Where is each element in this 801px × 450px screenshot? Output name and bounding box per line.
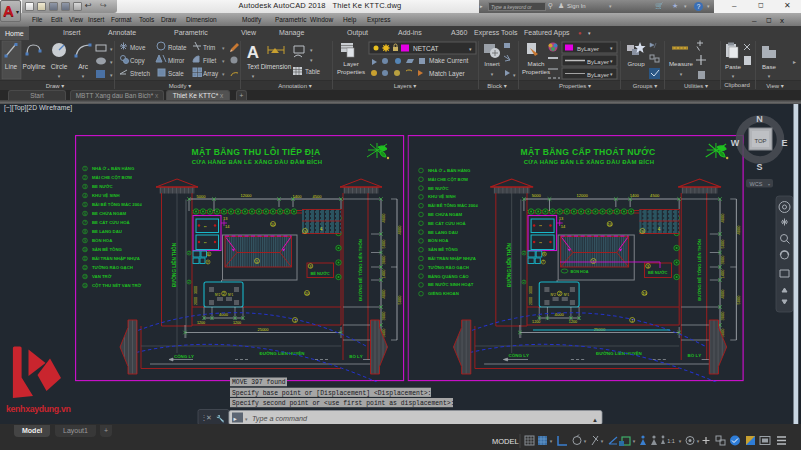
svg-text:Group: Group (627, 60, 645, 67)
svg-text:ByLayer: ByLayer (577, 46, 599, 52)
svg-text:CỬA HÀNG BÁN LẺ XĂNG DẦU ĐÀM B: CỬA HÀNG BÁN LẺ XĂNG DẦU ĐÀM BÍCH (524, 158, 655, 165)
svg-text:BỒN HOA: BỒN HOA (92, 238, 112, 243)
svg-text:1: 1 (84, 167, 86, 171)
svg-text:TƯỜNG RÀO GẠCH: TƯỜNG RÀO GẠCH (92, 265, 133, 270)
svg-text:5: 5 (84, 203, 86, 207)
svg-text:BỂ NƯỚC: BỂ NƯỚC (428, 186, 449, 191)
svg-text:BÃI TRÀN NHẬP NHỰA: BÃI TRÀN NHẬP NHỰA (92, 256, 140, 261)
svg-text:MÁI CHE CỘT BƠM: MÁI CHE CỘT BƠM (428, 177, 468, 182)
svg-text:ByLayer: ByLayer (587, 72, 609, 78)
svg-text:Type a command: Type a command (252, 414, 308, 423)
svg-text:GIẾNG KHOAN: GIẾNG KHOAN (428, 291, 459, 296)
svg-text:MẶT BẰNG CẤP THOÁT NƯỚC: MẶT BẰNG CẤP THOÁT NƯỚC (521, 146, 656, 157)
svg-text:▾: ▾ (310, 57, 313, 63)
svg-text:▾: ▾ (222, 58, 225, 64)
svg-text:Layer: Layer (343, 60, 358, 67)
svg-text:3: 3 (84, 185, 86, 189)
svg-text:WCS: WCS (750, 181, 763, 187)
svg-text:kenhxaydung.vn: kenhxaydung.vn (6, 404, 71, 414)
svg-text:Dimension: Dimension (261, 63, 292, 70)
svg-text:Properties: Properties (337, 68, 365, 75)
svg-text:Paste: Paste (725, 63, 741, 70)
svg-text:1:1: 1:1 (667, 438, 675, 444)
svg-text:BỂ CHỨA NGẦM: BỂ CHỨA NGẦM (92, 211, 127, 216)
svg-text:Make Current: Make Current (429, 57, 469, 64)
svg-text:TƯỜNG RÀO GẠCH: TƯỜNG RÀO GẠCH (428, 265, 469, 270)
svg-text:Move: Move (130, 44, 146, 51)
svg-text:VAN TRỜ: VAN TRỜ (92, 274, 112, 279)
svg-text:MÁI CHE CỘT BƠM: MÁI CHE CỘT BƠM (92, 175, 132, 180)
svg-text:Polyline: Polyline (23, 63, 46, 71)
svg-text:W: W (731, 138, 740, 148)
svg-text:BỂ CHỨA NGẦM: BỂ CHỨA NGẦM (428, 212, 463, 217)
svg-text:▾: ▾ (110, 59, 113, 65)
svg-text:KHU VỆ SINH: KHU VỆ SINH (92, 193, 120, 198)
svg-text:🔧: 🔧 (216, 414, 225, 423)
svg-text:▾: ▾ (110, 46, 113, 52)
svg-text:N: N (756, 114, 763, 124)
svg-text:▾: ▾ (513, 72, 516, 78)
svg-text:Stretch: Stretch (130, 70, 150, 77)
svg-text:Arc: Arc (78, 63, 89, 70)
svg-text:Scale: Scale (168, 70, 184, 77)
svg-text:✕: ✕ (206, 414, 212, 421)
svg-text:▾: ▾ (110, 72, 113, 78)
svg-text:▾: ▾ (222, 71, 225, 77)
svg-text:BỂ CÁT CỨU HOẢ: BỂ CÁT CỨU HOẢ (428, 221, 466, 226)
svg-text:Specify second point or <use f: Specify second point or <use first point… (232, 400, 454, 407)
svg-text:Match: Match (528, 60, 545, 67)
svg-text:BỂ NƯỚC: BỂ NƯỚC (92, 184, 113, 189)
svg-text:BỂ NƯỚC SINH HOẠT: BỂ NƯỚC SINH HOẠT (428, 282, 474, 287)
svg-text:Text: Text (247, 63, 259, 70)
svg-text:Rotate: Rotate (168, 44, 187, 51)
svg-text:MODEL: MODEL (492, 437, 519, 446)
svg-text:BẢNG QUẢNG CÁO: BẢNG QUẢNG CÁO (428, 274, 469, 279)
svg-text:▾: ▾ (491, 71, 494, 77)
svg-text:▾: ▾ (550, 438, 553, 444)
svg-text:14: 14 (83, 284, 87, 288)
svg-text:Properties: Properties (522, 68, 550, 75)
svg-text:BỂ CÁT CỨU HOẢ: BỂ CÁT CỨU HOẢ (92, 220, 130, 225)
svg-text:▲: ▲ (592, 417, 598, 423)
svg-text:Match Layer: Match Layer (429, 70, 466, 78)
svg-text:▾: ▾ (680, 71, 683, 77)
svg-text:▾: ▾ (58, 73, 61, 79)
svg-text:MẶT BẰNG THU LÔI TIẾP ĐỊA: MẶT BẰNG THU LÔI TIẾP ĐỊA (191, 146, 320, 157)
svg-text:4: 4 (84, 194, 86, 198)
svg-text:10: 10 (83, 248, 87, 252)
svg-text:11: 11 (83, 257, 86, 261)
svg-text:Trim: Trim (203, 44, 215, 51)
svg-text:BÃI BÊ TÔNG MÁC 200#: BÃI BÊ TÔNG MÁC 200# (92, 202, 143, 207)
svg-text:CỬA HÀNG BÁN LẺ XĂNG DẦU ĐÀM B: CỬA HÀNG BÁN LẺ XĂNG DẦU ĐÀM BÍCH (192, 158, 323, 165)
svg-text:S: S (756, 162, 762, 172)
svg-text:▾: ▾ (768, 73, 771, 79)
svg-text:[−][Top][2D Wireframe]: [−][Top][2D Wireframe] (4, 104, 72, 112)
svg-text:9: 9 (84, 239, 86, 243)
svg-text:▾: ▾ (252, 73, 255, 79)
svg-text:▾: ▾ (310, 47, 313, 53)
svg-text:NETCAT: NETCAT (413, 45, 439, 52)
svg-text:Array: Array (203, 70, 219, 78)
svg-text:BÃI BÊ TÔNG MÁC 200#: BÃI BÊ TÔNG MÁC 200# (428, 203, 479, 208)
svg-text:▾: ▾ (633, 438, 636, 444)
svg-text:▾: ▾ (601, 438, 604, 444)
svg-text:2: 2 (84, 176, 86, 180)
svg-text:KHU VỆ SINH: KHU VỆ SINH (428, 194, 456, 199)
svg-text:CỘT THU SÉT VAN TRỜ: CỘT THU SÉT VAN TRỜ (92, 283, 142, 288)
svg-text:Base: Base (762, 63, 777, 70)
svg-text:SÂN BÊ TÔNG: SÂN BÊ TÔNG (92, 247, 122, 252)
svg-text:▾: ▾ (222, 45, 225, 51)
svg-text:Measure: Measure (669, 60, 694, 67)
svg-text:E: E (781, 138, 787, 148)
svg-text:BỒN HOA: BỒN HOA (571, 269, 589, 274)
svg-text:NHÀ Ở + BÁN HÀNG: NHÀ Ở + BÁN HÀNG (428, 168, 471, 173)
svg-text:NHÀ Ở + BÁN HÀNG: NHÀ Ở + BÁN HÀNG (92, 166, 135, 171)
svg-text:Specify base point or [Displac: Specify base point or [Displacement] <Di… (232, 390, 431, 397)
svg-text:MOVE 397 found: MOVE 397 found (232, 379, 286, 386)
svg-text:▾: ▾ (679, 438, 682, 444)
svg-text:Insert: Insert (484, 60, 500, 67)
svg-text:BỒN HOA: BỒN HOA (428, 238, 448, 243)
svg-text:▾: ▾ (82, 73, 85, 79)
svg-text:Table: Table (305, 68, 321, 75)
svg-text:A: A (247, 43, 259, 62)
